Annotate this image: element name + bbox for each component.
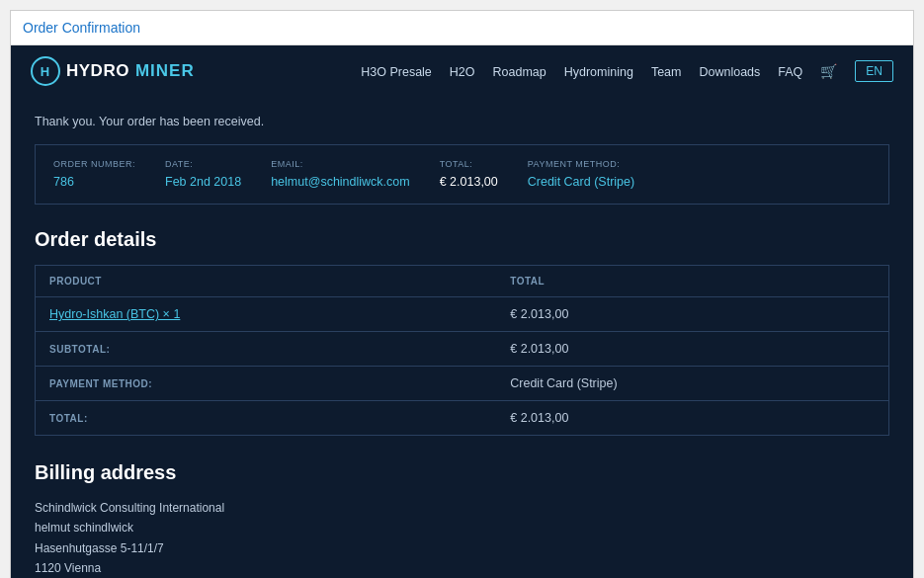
logo-symbol: H xyxy=(41,64,50,79)
billing-line-2: helmut schindlwick xyxy=(35,518,889,537)
nav-link-team[interactable]: Team xyxy=(651,65,682,79)
col-header-product: PRODUCT xyxy=(36,266,497,297)
order-number-label: ORDER NUMBER: xyxy=(53,159,135,169)
nav-item-h2o[interactable]: H2O xyxy=(450,62,475,80)
thank-you-message: Thank you. Your order has been received. xyxy=(35,115,889,128)
logo-text-hydro: HYDRO xyxy=(66,61,129,81)
table-row: PAYMENT METHOD: Credit Card (Stripe) xyxy=(36,367,889,401)
date-field: DATE: Feb 2nd 2018 xyxy=(165,159,241,190)
email-field: EMAIL: helmut@schindliwck.com xyxy=(271,159,410,190)
product-total-cell: € 2.013,00 xyxy=(496,297,888,332)
total-label-cell: TOTAL: xyxy=(36,401,497,436)
product-cell: Hydro-Ishkan (BTC) × 1 xyxy=(36,297,497,332)
nav-item-faq[interactable]: FAQ xyxy=(778,62,802,80)
table-row: Hydro-Ishkan (BTC) × 1 € 2.013,00 xyxy=(36,297,889,332)
cart-icon: 🛒 xyxy=(820,63,837,79)
nav-item-cart[interactable]: 🛒 xyxy=(820,62,837,80)
payment-method-label: PAYMENT METHOD: xyxy=(528,159,634,169)
nav-link-roadmap[interactable]: Roadmap xyxy=(493,65,546,79)
navbar: H HYDROMINER H3O Presale H2O Roadmap Hyd… xyxy=(11,45,913,97)
nav-link-h2o[interactable]: H2O xyxy=(450,65,475,79)
nav-item-hydromining[interactable]: Hydromining xyxy=(564,62,633,80)
page-title: Order Confirmation xyxy=(23,20,140,36)
payment-method-value: Credit Card (Stripe) xyxy=(528,175,634,189)
total-value: € 2.013,00 xyxy=(440,175,498,189)
subtotal-label-cell: SUBTOTAL: xyxy=(36,332,497,367)
billing-address: Schindlwick Consulting International hel… xyxy=(35,498,889,578)
table-row: TOTAL: € 2.013,00 xyxy=(36,401,889,436)
total-label: TOTAL: xyxy=(440,159,498,169)
logo-area[interactable]: H HYDROMINER xyxy=(31,56,195,86)
billing-line-4: 1120 Vienna xyxy=(35,558,889,578)
product-link[interactable]: Hydro-Ishkan (BTC) × 1 xyxy=(49,307,180,321)
total-field: TOTAL: € 2.013,00 xyxy=(440,159,498,190)
subtotal-value-cell: € 2.013,00 xyxy=(496,332,888,367)
date-label: DATE: xyxy=(165,159,241,169)
payment-value-cell: Credit Card (Stripe) xyxy=(496,367,888,401)
order-details-table: PRODUCT TOTAL Hydro-Ishkan (BTC) × 1 € 2… xyxy=(35,265,889,436)
nav-item-h3o-presale[interactable]: H3O Presale xyxy=(361,62,432,80)
order-summary-box: ORDER NUMBER: 786 DATE: Feb 2nd 2018 EMA… xyxy=(35,144,889,205)
billing-address-title: Billing address xyxy=(35,461,889,484)
nav-link-faq[interactable]: FAQ xyxy=(778,65,802,79)
nav-item-downloads[interactable]: Downloads xyxy=(699,62,760,80)
payment-method-field: PAYMENT METHOD: Credit Card (Stripe) xyxy=(528,159,634,190)
nav-item-lang[interactable]: EN xyxy=(855,60,893,82)
order-details-title: Order details xyxy=(35,228,889,251)
logo-icon: H xyxy=(31,56,60,86)
table-row: SUBTOTAL: € 2.013,00 xyxy=(36,332,889,367)
table-header-row: PRODUCT TOTAL xyxy=(36,266,889,297)
billing-line-1: Schindlwick Consulting International xyxy=(35,498,889,518)
page-title-bar: Order Confirmation xyxy=(11,11,913,45)
billing-line-3: Hasenhutgasse 5-11/1/7 xyxy=(35,538,889,558)
total-value-cell: € 2.013,00 xyxy=(496,401,888,436)
logo-text-miner: MINER xyxy=(135,61,195,81)
date-value: Feb 2nd 2018 xyxy=(165,175,241,189)
order-number-value: 786 xyxy=(53,175,74,189)
nav-link-hydromining[interactable]: Hydromining xyxy=(564,65,633,79)
main-content: Thank you. Your order has been received.… xyxy=(11,97,913,578)
payment-label-cell: PAYMENT METHOD: xyxy=(36,367,497,401)
billing-section: Billing address Schindlwick Consulting I… xyxy=(35,461,889,578)
nav-link-h3o-presale[interactable]: H3O Presale xyxy=(361,65,432,79)
nav-item-team[interactable]: Team xyxy=(651,62,682,80)
nav-link-downloads[interactable]: Downloads xyxy=(699,65,760,79)
order-number-field: ORDER NUMBER: 786 xyxy=(53,159,135,190)
email-label: EMAIL: xyxy=(271,159,410,169)
nav-item-roadmap[interactable]: Roadmap xyxy=(493,62,546,80)
nav-links: H3O Presale H2O Roadmap Hydromining Team… xyxy=(361,60,893,82)
email-value: helmut@schindliwck.com xyxy=(271,175,410,189)
outer-frame: Order Confirmation H HYDROMINER H3O Pres… xyxy=(10,10,914,578)
lang-button[interactable]: EN xyxy=(855,60,893,82)
col-header-total: TOTAL xyxy=(496,266,888,297)
